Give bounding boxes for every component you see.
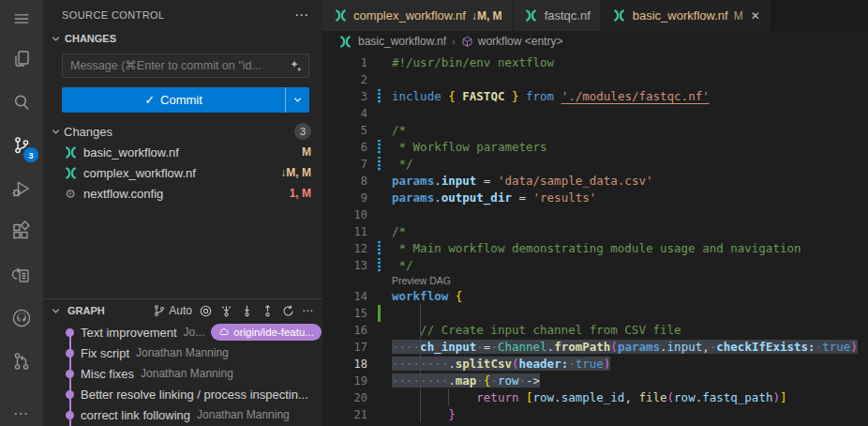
- code-line[interactable]: 3include { FASTQC } from './modules/fast…: [322, 88, 868, 105]
- line-number[interactable]: 20: [322, 389, 367, 406]
- gutter-change-indicator: [367, 240, 392, 257]
- code-line[interactable]: 6 * Workflow parameters: [322, 139, 868, 156]
- close-icon[interactable]: ✕: [751, 9, 760, 23]
- code-line[interactable]: 15: [322, 305, 868, 322]
- code-line[interactable]: 14workflow {: [322, 288, 868, 305]
- explorer-icon[interactable]: [0, 38, 43, 81]
- extensions-icon[interactable]: [0, 210, 43, 253]
- line-number[interactable]: 15: [322, 305, 367, 322]
- source-control-icon[interactable]: 3: [0, 124, 43, 167]
- push-icon[interactable]: [261, 304, 275, 318]
- pull-request-icon[interactable]: [0, 340, 43, 383]
- code-line[interactable]: 7 */: [322, 156, 868, 173]
- line-number[interactable]: 21: [322, 406, 367, 423]
- tab-fastqc[interactable]: fastqc.nf: [514, 0, 602, 31]
- target-icon[interactable]: [199, 304, 213, 318]
- line-number[interactable]: 2: [322, 71, 367, 88]
- copilot-sparkle-icon[interactable]: [289, 59, 303, 73]
- commit-dot: [66, 349, 74, 358]
- code-editor[interactable]: 1#!/usr/bin/env nextflow23include { FAST…: [322, 52, 868, 426]
- fetch-icon[interactable]: [219, 304, 233, 318]
- branch-ref-pill[interactable]: origin/ide-featu...: [211, 324, 322, 341]
- codelens-action[interactable]: Preview DAG: [322, 274, 868, 288]
- scm-file-row[interactable]: ⚙nextflow.config1, M: [43, 183, 322, 204]
- changes-section-header[interactable]: CHANGES: [43, 30, 322, 47]
- commit-row[interactable]: Better resolve linking / process inspect…: [43, 384, 322, 404]
- commit-button-main[interactable]: ✓ Commit: [62, 87, 285, 113]
- code-line[interactable]: 12 * Main workflow demonstrating module …: [322, 240, 868, 257]
- tab-complex-workflow[interactable]: complex_workflow.nf ↓M, M: [322, 0, 514, 31]
- code-line[interactable]: 13 */: [322, 257, 868, 274]
- commit-dropdown-button[interactable]: [285, 87, 309, 113]
- code-line[interactable]: 10: [322, 206, 868, 223]
- selection-highlight: ····ch_input·=·Channel.fromPath(params.i…: [392, 340, 858, 354]
- commit-message-input[interactable]: [70, 59, 289, 72]
- commit-dot: [66, 370, 74, 378]
- commit-row[interactable]: correct link followingJonathan Manning: [43, 404, 322, 425]
- commit-row[interactable]: Misc fixesJonathan Manning: [43, 363, 322, 384]
- code-line[interactable]: 21 }: [322, 406, 868, 423]
- gutter: [367, 190, 392, 206]
- line-number[interactable]: 6: [322, 139, 367, 156]
- code-line[interactable]: 17····ch_input·=·Channel.fromPath(params…: [322, 339, 868, 356]
- breadcrumb-symbol[interactable]: workflow <entry>: [461, 35, 563, 48]
- gutter: [367, 71, 392, 88]
- line-number[interactable]: 7: [322, 156, 367, 173]
- line-number[interactable]: 11: [322, 223, 367, 240]
- references-icon[interactable]: [0, 253, 43, 297]
- run-debug-icon[interactable]: [0, 167, 43, 210]
- tab-basic-workflow[interactable]: basic_workflow.nf M ✕: [602, 0, 771, 31]
- line-number[interactable]: 16: [322, 322, 367, 339]
- pull-icon[interactable]: [240, 304, 254, 318]
- github-icon[interactable]: [0, 297, 43, 340]
- refresh-icon[interactable]: [281, 304, 295, 318]
- scm-file-row[interactable]: complex_workflow.nf↓M, M: [43, 162, 322, 183]
- nextflow-icon: [63, 166, 78, 180]
- file-name: complex_workflow.nf: [83, 166, 275, 180]
- chevron-down-icon: [51, 127, 61, 137]
- code-line[interactable]: 9params.output_dir = 'results': [322, 190, 868, 206]
- code-line[interactable]: 4: [322, 105, 868, 122]
- scm-file-row[interactable]: basic_workflow.nfM: [43, 142, 322, 162]
- breadcrumb-file[interactable]: basic_workflow.nf: [358, 35, 446, 48]
- changes-tree-header[interactable]: Changes 3: [43, 121, 322, 142]
- branch-icon: [153, 304, 166, 317]
- line-number[interactable]: 1: [322, 54, 367, 71]
- activity-more-icon[interactable]: ⋯: [13, 400, 30, 426]
- line-number[interactable]: 3: [322, 88, 367, 105]
- line-number[interactable]: 17: [322, 339, 367, 356]
- code-line[interactable]: 8params.input = 'data/sample_data.csv': [322, 173, 868, 190]
- line-number[interactable]: 13: [322, 257, 367, 274]
- line-number[interactable]: 18: [322, 356, 367, 373]
- sidebar-more-icon[interactable]: ⋯: [294, 7, 309, 23]
- graph-section-header[interactable]: GRAPH Auto ⋯: [43, 299, 322, 322]
- scm-count-badge: 3: [23, 147, 38, 162]
- line-number[interactable]: 4: [322, 105, 367, 122]
- commit-row[interactable]: Text improvementJo...origin/ide-featu...: [43, 322, 322, 342]
- code-line[interactable]: 18········.splitCsv(header:·true): [322, 356, 868, 373]
- commit-row[interactable]: Fix scriptJonathan Manning: [43, 342, 322, 363]
- line-number[interactable]: 14: [322, 288, 367, 305]
- code-text: */: [392, 156, 413, 173]
- code-line[interactable]: 19········.map·{·row·->: [322, 373, 868, 389]
- line-number[interactable]: 19: [322, 373, 367, 389]
- selection-highlight: ········.splitCsv(header:·true): [392, 357, 610, 371]
- line-number[interactable]: 8: [322, 173, 367, 190]
- source-control-sidebar: SOURCE CONTROL ⋯ CHANGES ✓ Commit Change…: [43, 0, 322, 426]
- line-number[interactable]: 10: [322, 206, 367, 223]
- graph-more-icon[interactable]: ⋯: [302, 304, 313, 317]
- code-line[interactable]: 1#!/usr/bin/env nextflow: [322, 54, 868, 71]
- code-text: params.output_dir = 'results': [392, 190, 596, 206]
- code-line[interactable]: 16 // Create input channel from CSV file: [322, 322, 868, 339]
- auto-branch-picker[interactable]: Auto: [153, 304, 192, 317]
- menu-icon[interactable]: [0, 0, 43, 38]
- line-number[interactable]: 12: [322, 240, 367, 257]
- line-number[interactable]: 9: [322, 190, 367, 206]
- code-line[interactable]: 2: [322, 71, 868, 88]
- line-number[interactable]: 5: [322, 122, 367, 139]
- code-line[interactable]: 11/*: [322, 223, 868, 240]
- search-icon[interactable]: [0, 81, 43, 124]
- code-line[interactable]: 5/*: [322, 122, 868, 139]
- code-line[interactable]: 20 return [row.sample_id, file(row.fastq…: [322, 389, 868, 406]
- commit-button[interactable]: ✓ Commit: [62, 87, 309, 113]
